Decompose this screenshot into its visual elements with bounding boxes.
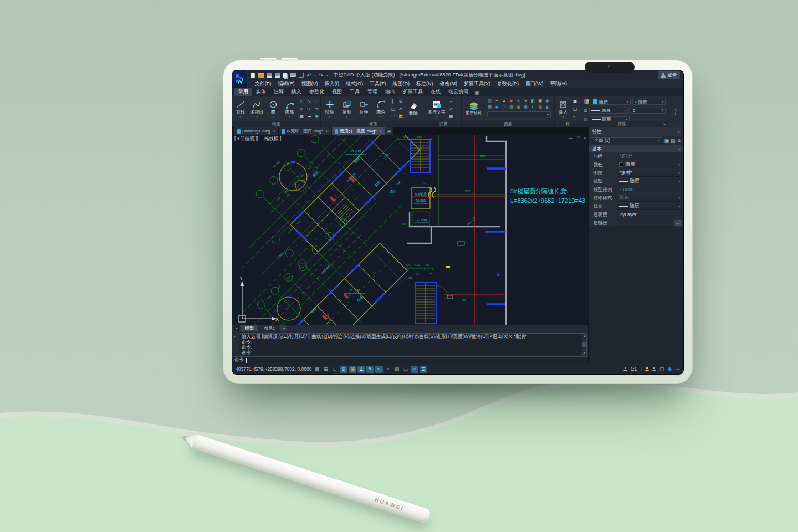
select-objects-icon[interactable]: ▤ [671, 138, 676, 144]
polyline-button[interactable]: 多段线▾ [249, 96, 265, 121]
close-tab-icon[interactable]: × [326, 129, 329, 134]
status-toggle[interactable]: ⊞ [322, 366, 330, 373]
redo-dropdown-icon[interactable]: ▾ [326, 74, 328, 77]
redo-icon[interactable]: ↷ [319, 73, 324, 78]
arc-button[interactable]: 圆弧▾ [282, 96, 298, 121]
layout1-tab[interactable]: 布局1 [259, 325, 279, 331]
cad-drawing[interactable]: 5#楼屋面分隔缝长度:L=8362x2+9682+17210=438362968… [232, 135, 588, 325]
layer-tool-icon[interactable]: ◈ [493, 104, 500, 110]
erase-button[interactable]: 删除 [405, 96, 422, 121]
login-button[interactable]: 登录 [658, 71, 680, 79]
doc-tab-active[interactable]: 屋顶分...意图.dwg* × [332, 127, 385, 135]
ribbon-tab[interactable]: 在线 [427, 88, 444, 96]
panel-label-properties[interactable]: 属性 ↘ [581, 121, 668, 127]
command-scrollbar[interactable]: ▲ ▼ [582, 334, 586, 355]
close-tab-icon[interactable]: × [380, 129, 382, 134]
draw-tool-icon[interactable]: ☁ [307, 112, 311, 120]
ribbon-tab[interactable]: 参数化 [305, 88, 328, 96]
doc-tab[interactable]: Drawing1.dwg × [234, 127, 278, 135]
spinner-icon[interactable]: ▲▼ [661, 108, 663, 112]
status-toggle[interactable]: ≡ [384, 366, 392, 373]
ribbon-tab[interactable]: 扩展工具 [399, 88, 427, 96]
ribbon-tab[interactable]: 实体 [252, 88, 270, 96]
viewport-controls[interactable]: [ + ][ 俯视 ][ 二维线框 ] [234, 136, 281, 142]
new-file-icon[interactable] [251, 73, 255, 78]
scale-dropdown-icon[interactable]: ▾ [640, 368, 642, 370]
mtext-button[interactable]: 多行文字▾ [426, 96, 447, 121]
ribbon-tab[interactable]: 插入 [288, 88, 305, 96]
dropdown-icon[interactable]: ▾ [562, 116, 564, 118]
close-cmd-icon[interactable]: × [233, 334, 236, 339]
save-as-icon[interactable] [275, 73, 280, 78]
annotate-tool-icon[interactable]: ↗ [449, 105, 453, 113]
layer-tool-icon[interactable]: ▤ [486, 104, 493, 110]
color-value-dropdown[interactable]: 随层 ▾ [617, 161, 682, 168]
modify-tool-icon[interactable]: ◠ [391, 112, 396, 120]
preview-icon[interactable] [299, 73, 304, 78]
doc-tab[interactable]: 8-无印...图库.dwg* × [279, 127, 331, 135]
annotation-scale-value[interactable]: 1:1 [631, 366, 637, 372]
toggle-pickadd-icon[interactable]: ▣ [664, 138, 669, 144]
ribbon-overflow-strip[interactable]: ⟩ [668, 96, 683, 127]
fillet-button[interactable]: 圆角▾ [372, 96, 390, 121]
undo-icon[interactable]: ↶ [306, 73, 311, 78]
selection-filter-dropdown[interactable]: 全部 (3) ▾ [591, 137, 662, 144]
hyperlink-browse-button[interactable]: ... [674, 220, 682, 226]
annotate-tool-icon[interactable]: ▦ [449, 112, 453, 120]
linetype-dropdown[interactable]: 随层 ▾ [589, 108, 629, 114]
section-basic[interactable]: 基本 ▾ [589, 145, 683, 152]
layer-dropdown[interactable]: ▾ [487, 111, 551, 117]
menu-item[interactable]: 文件(F) [252, 80, 274, 88]
close-tab-icon[interactable]: × [273, 129, 276, 134]
panel-label-draw[interactable]: 绘图 [232, 121, 320, 127]
stretch-button[interactable]: 拉伸▾ [355, 96, 372, 121]
open-file-icon[interactable] [258, 73, 264, 78]
circle-button[interactable]: 圆▾ [265, 96, 282, 121]
annotate-tool-icon[interactable]: ↔ [449, 98, 453, 105]
status-toggle[interactable]: ✎ [366, 366, 374, 373]
menu-item[interactable]: 格式(O) [343, 80, 366, 88]
annotation-scale-icon[interactable] [623, 367, 627, 371]
status-toggle[interactable]: ↖ [375, 366, 383, 373]
layer-tool-icon[interactable]: ▦ [522, 104, 529, 110]
scroll-down-icon[interactable]: ▼ [583, 351, 586, 354]
layer-tool-icon[interactable]: □ [500, 104, 508, 110]
ribbon-tab[interactable]: 工具 [346, 88, 364, 96]
transparency-value[interactable]: ByLayer [617, 211, 682, 218]
status-toggle[interactable]: ▭ [402, 366, 410, 373]
save-icon[interactable] [267, 73, 272, 78]
status-toggle[interactable]: ∟ [331, 366, 339, 373]
menu-item[interactable]: 绘图(D) [390, 80, 413, 88]
minimize-doc-icon[interactable]: — [569, 135, 573, 140]
draw-tool-icon[interactable]: S [307, 105, 311, 113]
close-palette-icon[interactable]: × [677, 129, 680, 135]
dropdown-icon[interactable]: ▾ [273, 116, 274, 118]
command-input[interactable]: 命令: [232, 356, 588, 364]
layer-tool-icon[interactable]: ◐ [529, 104, 536, 110]
menu-item[interactable]: 参数化(P) [494, 80, 521, 88]
minimize-ribbon-icon[interactable]: ▣ [472, 90, 482, 96]
draw-tool-icon[interactable]: ▱ [315, 105, 319, 113]
menu-item[interactable]: 修改(M) [437, 80, 461, 88]
layer-tool-icon[interactable]: ■ [522, 98, 529, 104]
ribbon-tab[interactable]: 端云协同 [444, 88, 472, 96]
draw-tool-icon[interactable]: ✳ [299, 105, 304, 113]
dropdown-icon[interactable]: ▾ [436, 116, 438, 118]
status-toggle[interactable]: ▨ [393, 366, 401, 373]
scroll-thumb[interactable] [582, 342, 586, 347]
layer-tool-icon[interactable]: ✦ [493, 98, 500, 104]
ribbon-tab[interactable]: 视图 [328, 88, 346, 96]
panel-label-modify[interactable]: 修改 [321, 121, 426, 127]
menu-item[interactable]: 标注(N) [413, 80, 436, 88]
layer-tool-icon[interactable]: ▲ [500, 98, 508, 104]
model-tab[interactable]: 模型 [241, 325, 258, 331]
color-dropdown[interactable]: 随层 ▾ [591, 99, 631, 105]
draw-tool-icon[interactable]: ▦ [299, 112, 304, 120]
command-history-box[interactable]: 输入选项 [编辑顶点(E)/打开(O)/非曲线化(D)/拟合(F)/连接(J)/… [239, 333, 587, 355]
restore-doc-icon[interactable]: □ [577, 135, 580, 140]
status-toggle[interactable]: ≣ [420, 366, 427, 373]
line-button[interactable]: 直线▾ [232, 96, 249, 121]
layout-list-icon[interactable]: ▸ [234, 326, 239, 331]
dropdown-icon[interactable]: ▾ [363, 116, 365, 118]
add-layout-button[interactable]: + [280, 325, 287, 331]
